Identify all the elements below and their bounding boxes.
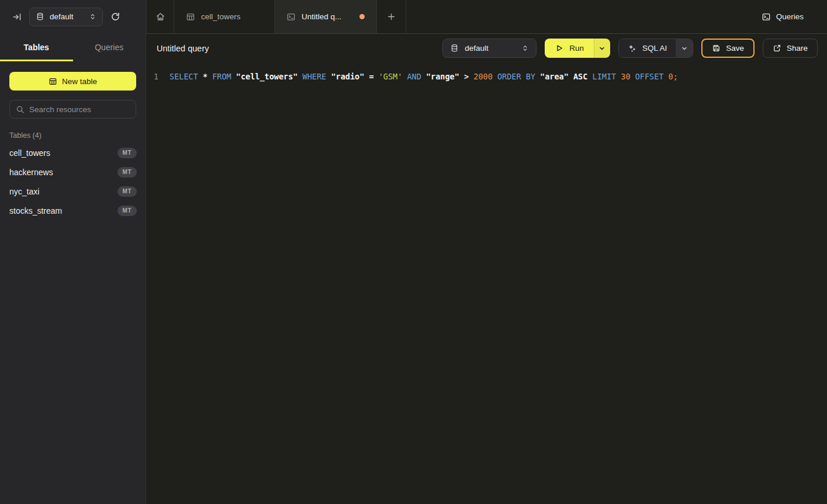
sidebar-tab-tables-label: Tables [24, 43, 49, 52]
sidebar-tab-queries[interactable]: Queries [73, 33, 146, 61]
refresh-button[interactable] [108, 9, 123, 25]
sql-ai-options-button[interactable] [676, 39, 693, 57]
table-row-cell-towers[interactable]: cell_towers MT [0, 143, 146, 162]
save-floppy-icon [712, 44, 721, 53]
topbar-database-value: default [50, 12, 74, 21]
search-box[interactable] [9, 100, 136, 119]
sidebar-tabs: Tables Queries [0, 33, 146, 61]
topbar-left-section: default [0, 0, 146, 33]
tab-cell-towers[interactable]: cell_towers [174, 0, 275, 33]
chevron-down-icon [598, 45, 605, 52]
table-engine-badge: MT [117, 206, 137, 216]
table-row-hackernews[interactable]: hackernews MT [0, 162, 146, 182]
topbar-database-selector[interactable]: default [29, 8, 103, 26]
table-engine-badge: MT [117, 167, 137, 178]
share-label: Share [787, 44, 808, 53]
new-table-icon [49, 77, 57, 86]
search-icon [16, 105, 25, 114]
chevron-up-down-icon [521, 44, 529, 52]
sidebar-tab-tables[interactable]: Tables [0, 33, 73, 61]
table-list: cell_towers MT hackernews MT nyc_taxi MT… [0, 143, 146, 220]
table-name: stocks_stream [9, 206, 62, 215]
chevron-down-icon [681, 45, 688, 52]
table-name: nyc_taxi [9, 187, 39, 196]
table-name: hackernews [9, 168, 53, 177]
chevron-up-down-icon [89, 13, 96, 20]
save-button[interactable]: Save [701, 39, 755, 58]
query-toolbar: Untitled query default [146, 34, 827, 62]
unsaved-changes-dot [359, 14, 365, 19]
queries-panel-label: Queries [776, 12, 804, 21]
sparkles-icon [628, 44, 636, 53]
tab-home[interactable] [146, 0, 174, 33]
tab-untitled-query-label: Untitled q... [302, 12, 341, 21]
database-icon [450, 44, 459, 53]
home-icon [155, 12, 165, 22]
table-engine-badge: MT [117, 148, 137, 158]
run-options-button[interactable] [594, 39, 610, 58]
sidebar-tab-queries-label: Queries [95, 43, 123, 52]
table-row-nyc-taxi[interactable]: nyc_taxi MT [0, 182, 146, 201]
table-row-stocks-stream[interactable]: stocks_stream MT [0, 201, 146, 220]
table-name: cell_towers [9, 148, 50, 158]
queries-panel-button[interactable]: Queries [762, 12, 804, 22]
database-icon [36, 12, 44, 21]
main-panel: Untitled query default [146, 33, 827, 504]
table-icon [186, 12, 195, 22]
save-label: Save [726, 44, 744, 53]
tables-section-title: Tables (4) [9, 131, 146, 140]
sql-code-line: SELECT * FROM "cell_towers" WHERE "radio… [169, 71, 678, 83]
run-split-button: Run [545, 39, 610, 58]
collapse-sidebar-icon [12, 12, 22, 22]
query-database-selector[interactable]: default [442, 39, 537, 58]
plus-icon [387, 12, 396, 21]
run-label: Run [569, 44, 584, 53]
run-button[interactable]: Run [545, 39, 594, 58]
query-title: Untitled query [157, 44, 209, 53]
body: Tables Queries New table [0, 33, 827, 504]
share-icon [773, 44, 781, 53]
sidebar-content: New table [0, 61, 146, 119]
sql-ai-label: SQL AI [642, 44, 667, 53]
tab-untitled-query[interactable]: Untitled q... [275, 0, 377, 33]
topbar-spacer [406, 0, 762, 33]
topbar: default [0, 0, 827, 33]
sidebar: Tables Queries New table [0, 33, 146, 504]
share-button[interactable]: Share [763, 39, 818, 58]
queries-terminal-icon [762, 12, 771, 22]
refresh-icon [110, 12, 120, 22]
new-table-label: New table [62, 77, 97, 86]
new-table-button[interactable]: New table [9, 72, 136, 91]
query-terminal-icon [286, 12, 296, 22]
sql-editor[interactable]: 1 SELECT * FROM "cell_towers" WHERE "rad… [146, 62, 827, 504]
tab-cell-towers-label: cell_towers [201, 12, 241, 21]
collapse-sidebar-button[interactable] [9, 9, 25, 25]
new-tab-button[interactable] [377, 0, 406, 33]
sql-ai-button[interactable]: SQL AI [619, 39, 676, 57]
toolbar-actions: default [442, 39, 818, 58]
line-number: 1 [146, 71, 166, 83]
search-input[interactable] [29, 105, 130, 114]
query-database-value: default [465, 44, 489, 53]
sql-ai-split-button: SQL AI [618, 39, 693, 58]
sql-console-app: default [0, 0, 827, 504]
table-engine-badge: MT [117, 186, 137, 197]
play-icon [555, 44, 563, 53]
